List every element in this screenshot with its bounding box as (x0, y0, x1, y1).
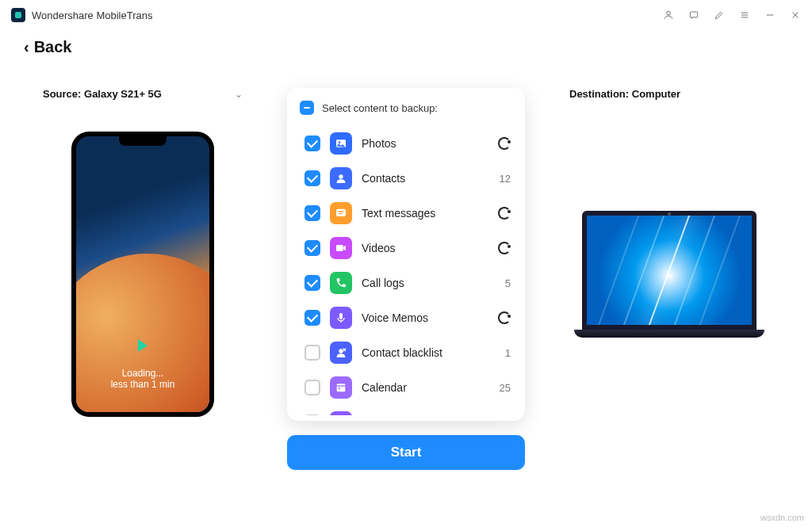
svg-rect-10 (339, 388, 340, 389)
row-count: 25 (500, 382, 511, 394)
row-label: Photos (362, 137, 488, 150)
app-title: Wondershare MobileTrans (32, 10, 152, 21)
content-card: Select content to backup: PhotosContacts… (287, 88, 525, 421)
row-label: Call logs (362, 277, 496, 289)
loading-status: Loading... less than 1 min (111, 339, 175, 412)
titlebar-left: Wondershare MobileTrans (11, 8, 152, 22)
checkbox-contacts[interactable] (304, 170, 320, 186)
laptop-screen (587, 216, 752, 325)
content-row-calllogs[interactable]: Call logs5 (300, 265, 515, 300)
row-label: Calendar (362, 381, 490, 394)
select-all-checkbox[interactable] (300, 101, 314, 115)
content-row-apps[interactable]: Apps (300, 405, 515, 415)
chevron-down-icon: ⌄ (235, 89, 243, 100)
source-column: Source: Galaxy S21+ 5G ⌄ Loading... less… (40, 88, 246, 520)
laptop-base (574, 330, 764, 338)
checkbox-apps[interactable] (304, 414, 320, 415)
messages-icon (330, 202, 352, 224)
photos-icon (330, 132, 352, 155)
calendar-icon (330, 376, 352, 399)
content-row-videos[interactable]: Videos (300, 231, 515, 265)
row-count: 5 (505, 277, 511, 289)
checkbox-calendar[interactable] (304, 380, 320, 395)
destination-label-row: Destination: Computer (566, 88, 772, 100)
apps-icon (330, 411, 352, 415)
source-label: Source: Galaxy S21+ 5G (43, 88, 162, 100)
card-title: Select content to backup: (322, 102, 438, 114)
voice-icon (330, 307, 352, 329)
loading-text-1: Loading... (111, 368, 175, 379)
close-icon[interactable] (790, 10, 801, 21)
svg-rect-7 (339, 313, 343, 319)
row-count: 1 (505, 347, 511, 359)
row-label: Contacts (362, 172, 490, 185)
feedback-icon[interactable] (688, 10, 699, 21)
row-label: Contact blacklist (362, 346, 496, 359)
titlebar-right (663, 10, 801, 21)
laptop-illustration (574, 211, 764, 338)
contacts-icon (330, 167, 352, 189)
destination-column: Destination: Computer (566, 88, 772, 520)
loading-spinner-icon (498, 242, 511, 254)
source-selector[interactable]: Source: Galaxy S21+ 5G ⌄ (40, 88, 246, 100)
card-header: Select content to backup: (300, 101, 519, 115)
checkbox-messages[interactable] (304, 205, 320, 221)
destination-label: Destination: Computer (569, 88, 680, 100)
content-row-messages[interactable]: Text messages (300, 196, 515, 231)
phone-screen: Loading... less than 1 min (76, 136, 209, 412)
row-label: Videos (362, 242, 488, 254)
svg-rect-5 (336, 209, 346, 216)
content-row-contacts[interactable]: Contacts12 (300, 161, 515, 196)
videos-icon (330, 237, 352, 259)
content-column: Select content to backup: PhotosContacts… (287, 88, 525, 520)
row-label: Text messages (362, 207, 488, 220)
loading-text-2: less than 1 min (111, 379, 175, 390)
checkbox-videos[interactable] (304, 240, 320, 256)
chevron-left-icon: ‹ (24, 38, 29, 56)
svg-point-0 (667, 11, 671, 15)
svg-point-4 (339, 174, 343, 178)
phone-illustration: Loading... less than 1 min (71, 132, 214, 417)
play-icon (138, 339, 147, 352)
blacklist-icon (330, 342, 352, 364)
checkbox-calllogs[interactable] (304, 275, 320, 291)
checkbox-blacklist[interactable] (304, 345, 320, 361)
checkbox-photos[interactable] (304, 136, 320, 151)
app-logo-icon (11, 8, 25, 22)
loading-spinner-icon (498, 207, 511, 220)
svg-rect-1 (690, 12, 697, 17)
account-icon[interactable] (663, 10, 674, 21)
phone-notch-icon (119, 136, 167, 146)
content-list[interactable]: PhotosContacts12Text messagesVideosCall … (300, 126, 519, 415)
row-label: Voice Memos (362, 311, 488, 324)
laptop-bezel (582, 211, 756, 330)
content-row-blacklist[interactable]: Contact blacklist1 (300, 335, 515, 370)
checkbox-voice[interactable] (304, 310, 320, 326)
loading-spinner-icon (498, 137, 511, 150)
main-area: Source: Galaxy S21+ 5G ⌄ Loading... less… (0, 56, 812, 520)
back-button[interactable]: ‹ Back (0, 30, 812, 56)
row-count: 12 (500, 173, 511, 185)
svg-point-8 (339, 349, 343, 353)
calllogs-icon (330, 272, 352, 294)
edit-icon[interactable] (714, 10, 725, 21)
menu-icon[interactable] (739, 10, 750, 21)
back-label: Back (34, 38, 72, 56)
content-row-calendar[interactable]: Calendar25 (300, 370, 515, 405)
content-row-voice[interactable]: Voice Memos (300, 300, 515, 335)
watermark: wsxdn.com (760, 513, 804, 522)
content-row-photos[interactable]: Photos (300, 126, 515, 161)
svg-point-3 (339, 141, 341, 143)
minimize-icon[interactable] (764, 10, 776, 21)
start-button[interactable]: Start (287, 435, 525, 470)
svg-rect-9 (337, 384, 346, 391)
loading-spinner-icon (498, 311, 511, 324)
svg-rect-6 (336, 245, 343, 251)
titlebar: Wondershare MobileTrans (0, 0, 812, 30)
